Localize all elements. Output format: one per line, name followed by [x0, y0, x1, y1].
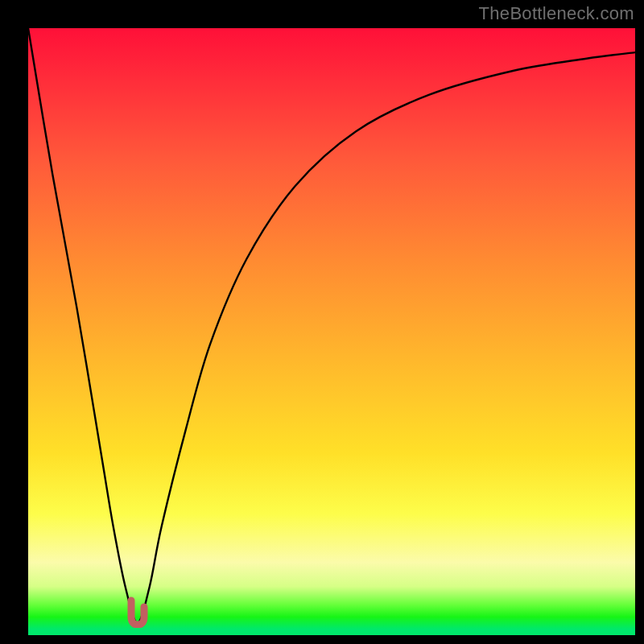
bottleneck-curve: [28, 28, 635, 635]
plot-area: [28, 28, 635, 635]
watermark-text: TheBottleneck.com: [479, 3, 634, 24]
chart-frame: TheBottleneck.com: [0, 0, 644, 644]
